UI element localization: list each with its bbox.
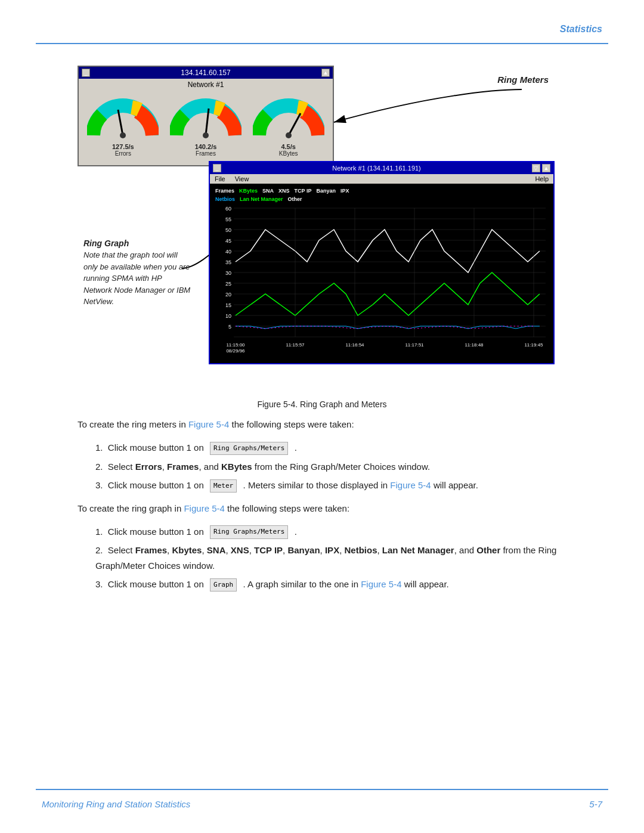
svg-text:5: 5	[228, 324, 231, 330]
ring-meters-window: _ 134.141.60.157 ▲ Network #1	[78, 66, 334, 166]
legend-frames: Frames	[215, 188, 234, 194]
top-rule	[36, 43, 608, 44]
meter-frames: 140.2/s Frames	[167, 97, 244, 157]
svg-text:50: 50	[225, 227, 231, 233]
legend-ipx: IPX	[340, 188, 349, 194]
svg-text:10: 10	[225, 313, 231, 319]
titlebar-maximize-btn[interactable]: ▲	[321, 69, 330, 77]
svg-text:11:15:00: 11:15:00	[226, 342, 245, 348]
figure-area: _ 134.141.60.157 ▲ Network #1	[78, 66, 566, 394]
svg-text:11:17:51: 11:17:51	[405, 342, 424, 348]
meter-kbytes-label: KBytes	[250, 150, 327, 157]
ring-graph-menubar: File View Help	[210, 174, 553, 184]
graph-area: Frames KBytes SNA XNS TCP IP Banyan IPX …	[210, 184, 553, 363]
figure-caption: Figure 5-4. Ring Graph and Meters	[78, 400, 566, 409]
gauge-errors-svg	[87, 97, 159, 140]
svg-text:35: 35	[225, 259, 231, 265]
svg-text:11:16:54: 11:16:54	[345, 342, 364, 348]
legend-xns: XNS	[278, 188, 290, 194]
svg-text:20: 20	[225, 292, 231, 298]
legend-netbios: Netbios	[215, 196, 235, 202]
step-meters-3: 3. Click mouse button 1 on Meter . Meter…	[95, 478, 566, 493]
gauge-kbytes-svg	[253, 97, 324, 140]
legend-kbytes: KBytes	[239, 188, 258, 194]
svg-text:45: 45	[225, 238, 231, 244]
graph-btn[interactable]: Graph	[210, 578, 237, 592]
meter-frames-value: 140.2/s	[167, 143, 244, 150]
svg-text:15: 15	[225, 302, 231, 308]
ring-graph-titlebar-text: Network #1 (134.141.161.191)	[332, 165, 421, 172]
step-meters-1: 1. Click mouse button 1 on Ring Graphs/M…	[95, 440, 566, 456]
meter-errors-label: Errors	[84, 150, 162, 157]
page-header-title: Statistics	[560, 24, 602, 35]
svg-line-4	[289, 113, 301, 135]
svg-text:08/29/96: 08/29/96	[226, 348, 245, 354]
menu-help[interactable]: Help	[535, 175, 549, 182]
legend-lannet: Lan Net Manager	[240, 196, 283, 202]
step-meters-2: 2. Select Errors, Frames, and KBytes fro…	[95, 459, 566, 475]
bottom-rule	[36, 789, 608, 790]
footer-left: Monitoring Ring and Station Statistics	[42, 799, 190, 809]
rg-titlebar-max-btn[interactable]: ▲	[542, 164, 550, 172]
menubar-left: File View	[215, 175, 249, 182]
body-para2: To create the ring graph in Figure 5-4 t…	[78, 501, 566, 516]
legend-sna: SNA	[262, 188, 274, 194]
svg-line-0	[118, 110, 123, 135]
figure-link-2: Figure 5-4	[390, 480, 431, 490]
legend-tcpip: TCP IP	[295, 188, 312, 194]
legend-other: Other	[288, 196, 302, 202]
ring-meters-titlebar: _ 134.141.60.157 ▲	[79, 67, 333, 79]
titlebar-minimize-btn[interactable]: _	[82, 69, 90, 77]
meter-btn[interactable]: Meter	[210, 479, 237, 493]
svg-text:11:18:48: 11:18:48	[465, 342, 484, 348]
step-graph-1: 1. Click mouse button 1 on Ring Graphs/M…	[95, 524, 566, 540]
svg-text:60: 60	[225, 206, 231, 212]
figure-link-3: Figure 5-4	[184, 503, 224, 513]
step-graph-2: 2. Select Frames, Kbytes, SNA, XNS, TCP …	[95, 543, 566, 573]
svg-point-3	[203, 132, 209, 138]
rg-titlebar-left-btn[interactable]: _	[213, 164, 221, 172]
menu-file[interactable]: File	[215, 175, 225, 182]
ring-meters-annotation: Ring Meters	[497, 75, 549, 85]
figure-link-1: Figure 5-4	[188, 419, 229, 429]
ring-graph-titlebar: _ Network #1 (134.141.161.191) ▽ ▲	[210, 162, 553, 174]
graph-svg: 60 55 50 45 40 35 30	[213, 203, 550, 358]
svg-text:25: 25	[225, 281, 231, 287]
ring-graph-annotation: Ring Graph	[83, 239, 129, 248]
meter-kbytes-value: 4.5/s	[250, 143, 327, 150]
main-content: _ 134.141.60.157 ▲ Network #1	[36, 54, 608, 598]
menu-view[interactable]: View	[235, 175, 249, 182]
svg-text:30: 30	[225, 270, 231, 276]
gauge-frames-svg	[170, 97, 242, 140]
graph-legend: Frames KBytes SNA XNS TCP IP Banyan IPX	[213, 187, 550, 195]
ring-graph-note: Note that the graph tool will only be av…	[83, 249, 191, 308]
meters-row: 127.5/s Errors 140.2/s Frames	[79, 91, 333, 157]
rg-titlebar-min-btn[interactable]: ▽	[532, 164, 540, 172]
svg-text:55: 55	[225, 216, 231, 222]
body-para1: To create the ring meters in Figure 5-4 …	[78, 417, 566, 432]
graph-legend-row2: Netbios Lan Net Manager Other	[213, 195, 550, 203]
svg-text:11:19:45: 11:19:45	[524, 342, 543, 348]
figure-link-4: Figure 5-4	[361, 579, 401, 589]
para2-text: To create the ring graph in Figure 5-4 t…	[78, 501, 566, 516]
svg-text:11:15:57: 11:15:57	[286, 342, 305, 348]
svg-point-1	[120, 132, 126, 138]
steps-meters-list: 1. Click mouse button 1 on Ring Graphs/M…	[95, 440, 566, 493]
meter-kbytes: 4.5/s KBytes	[250, 97, 327, 157]
svg-point-5	[286, 132, 292, 138]
legend-banyan: Banyan	[316, 188, 336, 194]
svg-text:40: 40	[225, 249, 231, 255]
ring-meters-subtitle: Network #1	[79, 79, 333, 91]
meter-errors: 127.5/s Errors	[84, 97, 162, 157]
steps-graph-list: 1. Click mouse button 1 on Ring Graphs/M…	[95, 524, 566, 592]
meter-frames-label: Frames	[167, 150, 244, 157]
titlebar-text: 134.141.60.157	[90, 69, 321, 77]
footer-right: 5-7	[589, 799, 602, 809]
step-graph-3: 3. Click mouse button 1 on Graph . A gra…	[95, 577, 566, 592]
ring-graph-window: _ Network #1 (134.141.161.191) ▽ ▲ File …	[209, 161, 555, 364]
para1-text: To create the ring meters in Figure 5-4 …	[78, 417, 566, 432]
ring-graphs-meters-btn-2[interactable]: Ring Graphs/Meters	[210, 525, 288, 539]
meter-errors-value: 127.5/s	[84, 143, 162, 150]
ring-graphs-meters-btn-1[interactable]: Ring Graphs/Meters	[210, 442, 288, 456]
svg-rect-7	[215, 203, 549, 358]
